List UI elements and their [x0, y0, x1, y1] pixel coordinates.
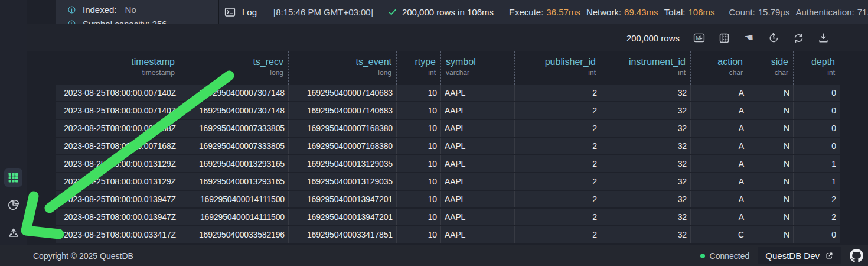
log-label[interactable]: Log: [242, 7, 257, 17]
cell-publisher_id[interactable]: 2: [515, 173, 601, 190]
cell-instrument_id[interactable]: 32: [601, 173, 691, 190]
cell-rtype[interactable]: 10: [397, 226, 441, 243]
cell-rtype[interactable]: 10: [397, 120, 441, 137]
cell-publisher_id[interactable]: 2: [515, 102, 601, 119]
column-header-rtype[interactable]: rtypeint: [397, 51, 441, 85]
cell-side[interactable]: N: [748, 173, 794, 190]
cell-ts_recv[interactable]: 1692950400014111500: [180, 191, 289, 207]
cell-ts_recv[interactable]: 1692950400007333805: [180, 138, 289, 154]
column-header-timestamp[interactable]: timestamptimestamp: [56, 51, 180, 85]
cell-publisher_id[interactable]: 2: [515, 155, 601, 172]
max-rows-button[interactable]: M: [693, 31, 706, 44]
cell-action[interactable]: A: [691, 209, 748, 225]
cell-depth[interactable]: 2: [794, 191, 840, 207]
history-button[interactable]: [767, 31, 780, 44]
column-header-depth[interactable]: depthint: [794, 51, 840, 85]
table-row[interactable]: 2023-08-25T08:00:00.013129Z1692950400013…: [56, 173, 840, 191]
cell-timestamp[interactable]: 2023-08-25T08:00:00.013947Z: [56, 209, 180, 225]
cell-instrument_id[interactable]: 32: [601, 155, 691, 172]
cell-side[interactable]: N: [748, 138, 794, 154]
cell-depth[interactable]: 0: [794, 120, 840, 137]
table-row[interactable]: 2023-08-25T08:00:00.007140Z1692950400007…: [56, 102, 840, 120]
cell-symbol[interactable]: AAPL: [441, 173, 515, 190]
column-header-action[interactable]: actionchar: [691, 51, 748, 85]
cell-side[interactable]: N: [748, 191, 794, 207]
cell-publisher_id[interactable]: 2: [515, 209, 601, 225]
cell-side[interactable]: N: [748, 209, 794, 225]
cell-action[interactable]: A: [691, 173, 748, 190]
cell-symbol[interactable]: AAPL: [441, 191, 515, 207]
cell-action[interactable]: A: [691, 85, 748, 101]
cell-ts_event[interactable]: 1692950400013947201: [289, 209, 397, 225]
cell-symbol[interactable]: AAPL: [441, 155, 515, 172]
cell-depth[interactable]: 2: [794, 209, 840, 225]
cell-publisher_id[interactable]: 2: [515, 138, 601, 154]
cell-action[interactable]: A: [691, 120, 748, 137]
sidebar-item-charts[interactable]: [4, 196, 22, 214]
jump-to-position-button[interactable]: ☛: [742, 31, 755, 44]
cell-publisher_id[interactable]: 2: [515, 85, 601, 101]
column-header-ts_recv[interactable]: ts_recvlong: [180, 51, 289, 85]
cell-timestamp[interactable]: 2023-08-25T08:00:00.007168Z: [56, 138, 180, 154]
table-row[interactable]: 2023-08-25T08:00:00.007168Z1692950400007…: [56, 138, 840, 155]
cell-ts_event[interactable]: 1692950400013947201: [289, 191, 397, 207]
cell-side[interactable]: N: [748, 102, 794, 119]
cell-symbol[interactable]: AAPL: [441, 102, 515, 119]
cell-timestamp[interactable]: 2023-08-25T08:00:00.013129Z: [56, 173, 180, 190]
cell-side[interactable]: N: [748, 85, 794, 101]
github-button[interactable]: [850, 249, 863, 262]
cell-rtype[interactable]: 10: [397, 85, 441, 101]
cell-depth[interactable]: 0: [794, 85, 840, 101]
cell-symbol[interactable]: AAPL: [441, 209, 515, 225]
cell-depth[interactable]: 1: [794, 155, 840, 172]
cell-ts_recv[interactable]: 1692950400007307148: [180, 102, 289, 119]
cell-ts_event[interactable]: 1692950400007140683: [289, 85, 397, 101]
cell-action[interactable]: A: [691, 138, 748, 154]
sidebar-item-import[interactable]: [4, 223, 22, 242]
cell-action[interactable]: A: [691, 155, 748, 172]
download-button[interactable]: [817, 31, 830, 44]
column-header-instrument_id[interactable]: instrument_idint: [601, 51, 691, 85]
cell-ts_recv[interactable]: 1692950400013293165: [180, 155, 289, 172]
table-row[interactable]: 2023-08-25T08:00:00.013947Z1692950400014…: [56, 209, 840, 226]
cell-ts_event[interactable]: 1692950400007168380: [289, 120, 397, 137]
toggle-columns-button[interactable]: [717, 31, 730, 44]
cell-action[interactable]: A: [691, 102, 748, 119]
cell-symbol[interactable]: AAPL: [441, 138, 515, 154]
cell-ts_recv[interactable]: 1692950400007333805: [180, 120, 289, 137]
column-header-publisher_id[interactable]: publisher_idint: [515, 51, 601, 85]
cell-instrument_id[interactable]: 32: [601, 85, 691, 101]
cell-instrument_id[interactable]: 32: [601, 138, 691, 154]
table-row[interactable]: 2023-08-25T08:00:00.007140Z1692950400007…: [56, 85, 840, 102]
cell-side[interactable]: N: [748, 226, 794, 243]
cell-ts_recv[interactable]: 1692950400013293165: [180, 173, 289, 190]
cell-ts_event[interactable]: 1692950400007140683: [289, 102, 397, 119]
cell-timestamp[interactable]: 2023-08-25T08:00:00.007140Z: [56, 85, 180, 101]
column-header-side[interactable]: sidechar: [748, 51, 794, 85]
cell-timestamp[interactable]: 2023-08-25T08:00:00.013947Z: [56, 191, 180, 207]
cell-symbol[interactable]: AAPL: [441, 85, 515, 101]
cell-ts_event[interactable]: 1692950400013129035: [289, 173, 397, 190]
cell-rtype[interactable]: 10: [397, 155, 441, 172]
refresh-button[interactable]: [792, 31, 805, 44]
cell-instrument_id[interactable]: 32: [601, 209, 691, 225]
table-row[interactable]: 2023-08-25T08:00:00.033417Z1692950400033…: [56, 226, 840, 244]
cell-instrument_id[interactable]: 32: [601, 120, 691, 137]
cell-depth[interactable]: 0: [794, 138, 840, 154]
table-row[interactable]: 2023-08-25T08:00:00.013129Z1692950400013…: [56, 155, 840, 173]
cell-timestamp[interactable]: 2023-08-25T08:00:00.007140Z: [56, 102, 180, 119]
cell-depth[interactable]: 0: [794, 102, 840, 119]
cell-ts_event[interactable]: 1692950400007168380: [289, 138, 397, 154]
cell-depth[interactable]: 0: [794, 226, 840, 243]
cell-timestamp[interactable]: 2023-08-25T08:00:00.013129Z: [56, 155, 180, 172]
cell-ts_recv[interactable]: 1692950400007307148: [180, 85, 289, 101]
cell-rtype[interactable]: 10: [397, 191, 441, 207]
cell-action[interactable]: C: [691, 226, 748, 243]
cell-ts_recv[interactable]: 1692950400033582196: [180, 226, 289, 243]
cell-instrument_id[interactable]: 32: [601, 226, 691, 243]
cell-timestamp[interactable]: 2023-08-25T08:00:00.007168Z: [56, 120, 180, 137]
cell-depth[interactable]: 1: [794, 173, 840, 190]
cell-symbol[interactable]: AAPL: [441, 120, 515, 137]
column-header-ts_event[interactable]: ts_eventlong: [289, 51, 397, 85]
column-header-symbol[interactable]: symbolvarchar: [441, 51, 515, 85]
